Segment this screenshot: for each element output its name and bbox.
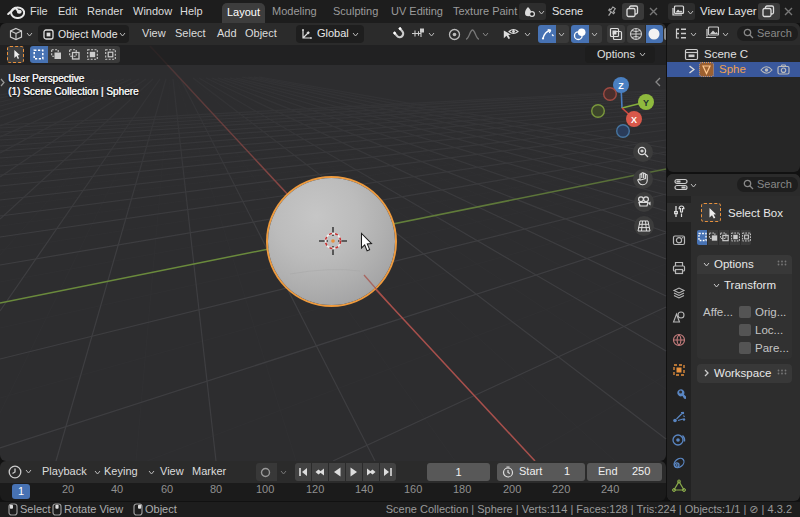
svg-text:Z: Z [618, 81, 624, 91]
svg-text:X: X [631, 115, 637, 125]
svg-text:Y: Y [643, 98, 649, 108]
